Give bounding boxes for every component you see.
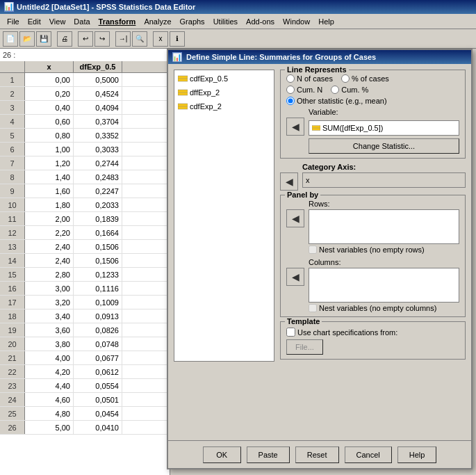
radio-pct-cases[interactable]: % of cases xyxy=(341,74,389,83)
var-btn[interactable]: x xyxy=(153,31,168,47)
radio-cum-n[interactable]: Cum. N xyxy=(286,86,322,94)
table-row[interactable]: 6 1,00 0,3033 xyxy=(0,143,170,156)
table-row[interactable]: 24 4,60 0,0501 xyxy=(0,393,170,407)
menu-analyze[interactable]: Analyze xyxy=(140,16,175,27)
use-chart-checkbox-label[interactable]: Use chart specifications from: xyxy=(286,328,397,337)
list-item[interactable]: dffExp_2 xyxy=(176,86,272,99)
open-btn[interactable]: 📂 xyxy=(19,31,35,47)
reset-button[interactable]: Reset xyxy=(295,446,339,463)
var-arrow-btn[interactable]: ◀ xyxy=(286,118,304,136)
table-row[interactable]: 2 0,20 0,4524 xyxy=(0,87,170,101)
nest-cols-checkbox-row[interactable]: Nest variables (no empty columns) xyxy=(309,304,459,312)
radio-other-input[interactable] xyxy=(286,97,295,105)
table-row[interactable]: 15 2,80 0,1233 xyxy=(0,268,170,282)
table-row[interactable]: 19 3,60 0,0826 xyxy=(0,323,170,337)
cell-rownum: 22 xyxy=(0,365,25,378)
list-item[interactable]: cdfExp_0.5 xyxy=(176,72,272,86)
cell-rownum: 25 xyxy=(0,407,25,420)
undo-btn[interactable]: ↩ xyxy=(78,31,93,47)
change-statistic-button[interactable]: Change Statistic... xyxy=(309,138,459,154)
ok-button[interactable]: OK xyxy=(203,446,241,463)
print-btn[interactable]: 🖨 xyxy=(57,31,72,47)
radio-n-cases[interactable]: N of cases xyxy=(286,74,333,83)
table-row[interactable]: 17 3,20 0,1009 xyxy=(0,296,170,309)
cell-x: 4,60 xyxy=(25,393,74,406)
menu-window[interactable]: Window xyxy=(279,16,314,27)
radio-cum-pct-input[interactable] xyxy=(331,86,339,94)
grid-scroll[interactable]: 1 0,00 0,5000 2 0,20 0,4524 3 0,40 0,409… xyxy=(0,73,170,473)
use-chart-checkbox[interactable] xyxy=(286,328,295,337)
paste-button[interactable]: Paste xyxy=(247,446,290,463)
goto-btn[interactable]: →| xyxy=(115,31,131,47)
nest-cols-label: Nest variables (no empty columns) xyxy=(319,304,436,312)
radio-cum-n-input[interactable] xyxy=(286,86,295,94)
table-row[interactable]: 10 1,80 0,2033 xyxy=(0,198,170,212)
radio-pct-cases-input[interactable] xyxy=(341,74,350,83)
menu-data[interactable]: Data xyxy=(69,16,94,27)
category-axis-field[interactable]: x xyxy=(302,172,466,188)
panel-cols-field[interactable] xyxy=(309,268,459,303)
table-row[interactable]: 7 1,20 0,2744 xyxy=(0,156,170,170)
radio-other[interactable]: Other statistic (e.g., mean) xyxy=(286,97,387,105)
table-row[interactable]: 11 2,00 0,1839 xyxy=(0,212,170,226)
table-row[interactable]: 3 0,40 0,4094 xyxy=(0,101,170,115)
save-btn[interactable]: 💾 xyxy=(36,31,51,47)
table-row[interactable]: 1 0,00 0,5000 xyxy=(0,73,170,87)
menu-graphs[interactable]: Graphs xyxy=(176,16,209,27)
table-row[interactable]: 13 2,40 0,1506 xyxy=(0,240,170,254)
table-row[interactable]: 5 0,80 0,3352 xyxy=(0,129,170,143)
data-grid: 26 : x dfExp_0.5 1 0,00 0,5000 2 0,20 0,… xyxy=(0,49,170,475)
nest-cols-checkbox[interactable] xyxy=(309,304,317,312)
panel-rows-arrow-btn[interactable]: ◀ xyxy=(286,209,304,227)
table-row[interactable]: 25 4,80 0,0454 xyxy=(0,407,170,421)
table-row[interactable]: 12 2,20 0,1664 xyxy=(0,226,170,240)
menu-transform[interactable]: Transform xyxy=(95,16,140,27)
menu-help[interactable]: Help xyxy=(314,16,338,27)
panel-cols-arrow-btn[interactable]: ◀ xyxy=(286,268,304,286)
list-item[interactable]: cdfExp_2 xyxy=(176,99,272,113)
variable-list-box[interactable]: cdfExp_0.5 dffExp_2 cdfExp_2 xyxy=(174,70,274,362)
table-row[interactable]: 23 4,40 0,0554 xyxy=(0,379,170,393)
table-row[interactable]: 22 4,20 0,0612 xyxy=(0,365,170,379)
header-df[interactable]: dfExp_0.5 xyxy=(74,61,122,72)
app-title: Untitled2 [DataSet1] - SPSS Statistics D… xyxy=(17,3,195,11)
table-row[interactable]: 8 1,40 0,2483 xyxy=(0,170,170,184)
menu-file[interactable]: File xyxy=(3,16,24,27)
row-counter: 26 : xyxy=(0,49,170,61)
new-btn[interactable]: 📄 xyxy=(3,31,18,47)
menu-edit[interactable]: Edit xyxy=(24,16,45,27)
cell-df: 0,2483 xyxy=(74,170,122,184)
table-row[interactable]: 20 3,80 0,0748 xyxy=(0,337,170,351)
help-button[interactable]: Help xyxy=(397,446,437,463)
panel-rows-field[interactable] xyxy=(309,209,459,244)
info-btn[interactable]: ℹ xyxy=(170,31,185,47)
redo-btn[interactable]: ↪ xyxy=(95,31,110,47)
file-btn-row: File... xyxy=(286,339,459,355)
header-x[interactable]: x xyxy=(25,61,74,72)
cat-axis-arrow-btn[interactable]: ◀ xyxy=(280,172,298,191)
table-row[interactable]: 14 2,40 0,1506 xyxy=(0,254,170,268)
template-section: Template Use chart specifications from: … xyxy=(280,321,466,360)
variable-field[interactable]: SUM([dfExp_0.5]) xyxy=(309,120,459,136)
var-list-icon xyxy=(178,102,188,111)
nest-rows-checkbox-row[interactable]: Nest variables (no empty rows) xyxy=(309,245,459,254)
table-row[interactable]: 26 5,00 0,0410 xyxy=(0,421,170,435)
nest-rows-checkbox[interactable] xyxy=(309,245,317,254)
table-row[interactable]: 16 3,00 0,1116 xyxy=(0,282,170,296)
cell-rownum: 7 xyxy=(0,156,25,170)
menu-view[interactable]: View xyxy=(45,16,70,27)
menu-addons[interactable]: Add-ons xyxy=(242,16,279,27)
radio-n-cases-input[interactable] xyxy=(286,74,295,83)
table-row[interactable]: 21 4,00 0,0677 xyxy=(0,351,170,365)
find-btn[interactable]: 🔍 xyxy=(132,31,147,47)
table-row[interactable]: 18 3,40 0,0913 xyxy=(0,309,170,323)
cell-rownum: 20 xyxy=(0,337,25,351)
cell-df: 0,1839 xyxy=(74,212,122,225)
radio-cum-n-label: Cum. N xyxy=(297,86,322,94)
cancel-button[interactable]: Cancel xyxy=(345,446,392,463)
table-row[interactable]: 4 0,60 0,3704 xyxy=(0,115,170,129)
file-button[interactable]: File... xyxy=(286,339,323,355)
menu-utilities[interactable]: Utilities xyxy=(209,16,242,27)
radio-cum-pct[interactable]: Cum. % xyxy=(331,86,368,94)
table-row[interactable]: 9 1,60 0,2247 xyxy=(0,184,170,198)
